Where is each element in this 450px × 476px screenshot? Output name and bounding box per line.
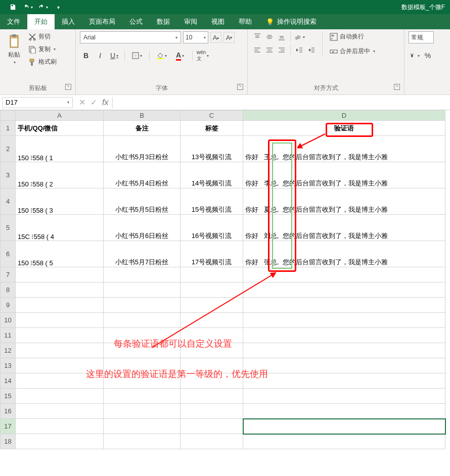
cell-C3[interactable]: 14号视频引流 xyxy=(181,162,243,188)
cell-B3[interactable]: 小红书5月4日粉丝 xyxy=(104,162,181,188)
tell-me-search[interactable]: 💡 操作说明搜索 xyxy=(259,14,324,29)
orientation-button[interactable]: ab▾ xyxy=(294,31,305,42)
font-dialog-launcher[interactable] xyxy=(237,84,243,90)
row-header-14[interactable]: 14 xyxy=(1,373,16,389)
row-header-1[interactable]: 1 xyxy=(1,121,16,136)
cell-C1[interactable]: 标签 xyxy=(181,121,243,136)
cell-B1[interactable]: 备注 xyxy=(104,121,181,136)
align-middle-button[interactable] xyxy=(264,31,275,42)
increase-indent-button[interactable] xyxy=(306,44,317,56)
font-name-combo[interactable]: Arial▾ xyxy=(80,31,181,43)
currency-button[interactable]: ¥▾ xyxy=(409,50,421,62)
phonetic-button[interactable]: wén文▾ xyxy=(197,50,209,62)
col-header-D[interactable]: D xyxy=(243,111,445,121)
row-header-13[interactable]: 13 xyxy=(1,358,16,373)
row-header-7[interactable]: 7 xyxy=(1,267,16,282)
wrap-text-button[interactable]: abc自动换行 xyxy=(328,31,377,42)
cell-B5[interactable]: 小红书5月6日粉丝 xyxy=(104,215,181,241)
cell-A5[interactable]: 15C ⁝558 ( 4 xyxy=(16,215,104,241)
select-all-corner[interactable] xyxy=(1,111,16,121)
cell-D3[interactable]: 你好 李总, 您的后台留言收到了，我是博主小雅 xyxy=(243,162,445,188)
tab-help[interactable]: 帮助 xyxy=(232,14,259,29)
cancel-formula-icon[interactable]: ✕ xyxy=(79,98,85,107)
format-painter-button[interactable]: 格式刷 xyxy=(27,57,58,67)
row-header-12[interactable]: 12 xyxy=(1,343,16,358)
increase-font-button[interactable]: A▴ xyxy=(210,32,221,43)
cell-A4[interactable]: 150 ⁝558 ( 3 xyxy=(16,188,104,215)
row-header-16[interactable]: 16 xyxy=(1,404,16,419)
cut-button[interactable]: 剪切 xyxy=(27,31,58,42)
tab-insert[interactable]: 插入 xyxy=(55,14,82,29)
row-header-3[interactable]: 3 xyxy=(1,162,16,188)
align-bottom-button[interactable] xyxy=(276,31,287,42)
cell-C6[interactable]: 17号视频引流 xyxy=(181,241,243,267)
cell-D6[interactable]: 你好 张总, 您的后台留言收到了，我是博主小雅 xyxy=(243,241,445,267)
cell-A3[interactable]: 150 ⁝558 ( 2 xyxy=(16,162,104,188)
tab-formulas[interactable]: 公式 xyxy=(122,14,150,29)
cell-D5[interactable]: 你好 刘总, 您的后台留言收到了，我是博主小雅 xyxy=(243,215,445,241)
row-header-2[interactable]: 2 xyxy=(1,136,16,162)
row-header-9[interactable]: 9 xyxy=(1,298,16,313)
copy-button[interactable]: 复制▾ xyxy=(27,44,58,55)
tab-page-layout[interactable]: 页面布局 xyxy=(82,14,122,29)
tab-home[interactable]: 开始 xyxy=(27,14,55,29)
align-right-button[interactable] xyxy=(276,44,287,56)
borders-button[interactable]: ▾ xyxy=(129,50,145,62)
svg-rect-12 xyxy=(157,58,164,59)
undo-button[interactable]: ▾ xyxy=(20,0,35,14)
cell-C2[interactable]: 13号视频引流 xyxy=(181,136,243,162)
cell-D1[interactable]: 验证语 xyxy=(243,121,445,136)
cell-D17[interactable] xyxy=(243,419,445,434)
alignment-dialog-launcher[interactable] xyxy=(394,84,400,90)
paste-button[interactable]: 粘贴 ▾ xyxy=(4,31,24,67)
align-left-button[interactable] xyxy=(252,44,263,56)
row-header-15[interactable]: 15 xyxy=(1,389,16,404)
align-top-button[interactable] xyxy=(252,31,263,42)
cell-B2[interactable]: 小红书5月3日粉丝 xyxy=(104,136,181,162)
font-color-button[interactable]: A▾ xyxy=(172,50,188,62)
italic-button[interactable]: I xyxy=(94,50,106,62)
enter-formula-icon[interactable]: ✓ xyxy=(91,98,97,107)
decrease-font-button[interactable]: A▾ xyxy=(223,32,235,43)
tab-data[interactable]: 数据 xyxy=(150,14,177,29)
fx-icon[interactable]: fx xyxy=(102,98,108,107)
decrease-indent-button[interactable] xyxy=(294,44,305,56)
row-header-10[interactable]: 10 xyxy=(1,313,16,328)
tab-review[interactable]: 审阅 xyxy=(177,14,204,29)
row-header-6[interactable]: 6 xyxy=(1,241,16,267)
row-header-5[interactable]: 5 xyxy=(1,215,16,241)
cell-D2[interactable]: 你好 王总, 您的后台留言收到了，我是博主小雅 xyxy=(243,136,445,162)
number-format-combo[interactable]: 常规 xyxy=(409,31,434,43)
underline-button[interactable]: U▾ xyxy=(108,50,120,62)
row-header-18[interactable]: 18 xyxy=(1,434,16,449)
cell-C4[interactable]: 15号视频引流 xyxy=(181,188,243,215)
merge-center-button[interactable]: a合并后居中▾ xyxy=(328,46,377,57)
qat-customize[interactable]: ▾ xyxy=(51,0,66,14)
save-button[interactable] xyxy=(5,0,20,14)
align-center-button[interactable] xyxy=(264,44,275,56)
font-size-combo[interactable]: 10▾ xyxy=(183,31,208,43)
bold-button[interactable]: B xyxy=(80,50,92,62)
col-header-B[interactable]: B xyxy=(104,111,181,121)
cell-A2[interactable]: 150 ⁝558 ( 1 xyxy=(16,136,104,162)
row-header-11[interactable]: 11 xyxy=(1,328,16,343)
row-header-4[interactable]: 4 xyxy=(1,188,16,215)
cell-C5[interactable]: 16号视频引流 xyxy=(181,215,243,241)
fill-color-button[interactable]: ▾ xyxy=(154,50,170,62)
cell-B4[interactable]: 小红书5月5日粉丝 xyxy=(104,188,181,215)
cell-A1[interactable]: 手机/QQ/微信 xyxy=(16,121,104,136)
cell-B6[interactable]: 小红书5月7日粉丝 xyxy=(104,241,181,267)
row-header-8[interactable]: 8 xyxy=(1,282,16,298)
tab-file[interactable]: 文件 xyxy=(0,14,27,29)
row-header-17[interactable]: 17 xyxy=(1,419,16,434)
percent-button[interactable]: % xyxy=(422,50,434,62)
col-header-A[interactable]: A xyxy=(16,111,104,121)
formula-input[interactable] xyxy=(112,97,450,108)
redo-button[interactable]: ▾ xyxy=(35,0,51,14)
name-box[interactable]: D17▾ xyxy=(2,97,73,108)
cell-A6[interactable]: 150 ⁝558 ( 5 xyxy=(16,241,104,267)
cell-D4[interactable]: 你好 夏总, 您的后台留言收到了，我是博主小雅 xyxy=(243,188,445,215)
clipboard-dialog-launcher[interactable] xyxy=(65,84,71,90)
tab-view[interactable]: 视图 xyxy=(204,14,232,29)
col-header-C[interactable]: C xyxy=(181,111,243,121)
